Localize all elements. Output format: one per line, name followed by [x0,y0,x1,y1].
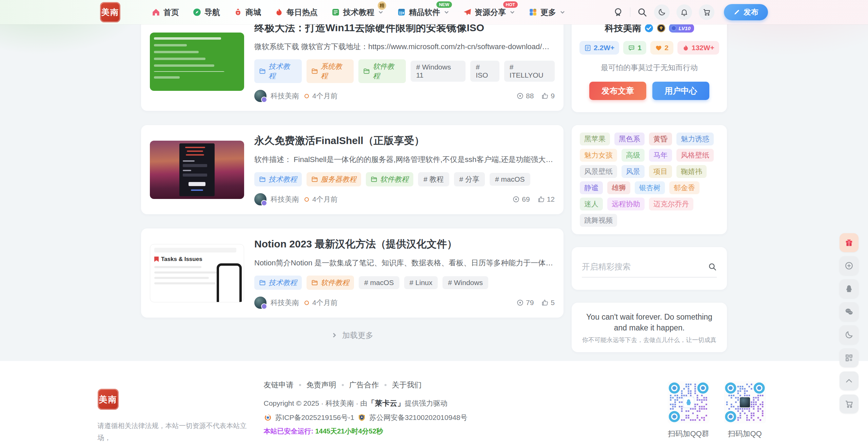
footer-logo: 美南 [98,389,119,410]
hashtag-chip[interactable]: # 教程 [418,172,449,186]
tag-item[interactable]: 静谧 [580,181,603,194]
thumbnail-text: Tasks & Issues [161,256,202,263]
author-avatar[interactable] [254,193,267,205]
hashtag-chip[interactable]: # macOS [359,276,399,289]
article-thumbnail[interactable]: Tasks & Issues [150,244,244,302]
icp-number[interactable]: 苏ICP备2025219156号-1 [275,413,354,422]
footer-link[interactable]: 免责声明 [307,380,336,390]
author-avatar[interactable] [254,297,267,309]
tag-item[interactable]: 鞠婧祎 [676,165,707,178]
fire-icon [682,44,689,52]
article-tags: 技术教程 软件教程 # macOS # Linux # Windows [254,276,555,290]
author-name[interactable]: 科技美南 [271,298,299,307]
site-logo[interactable]: 美南 [100,2,120,22]
cart-icon [845,400,853,408]
nav-item-tech-tutorials[interactable]: 技术教程 精 [331,7,383,18]
category-label: 服务器教程 [321,175,356,184]
copyright: Copyright © 2025 · 科技美南 · 由「莱卡云」提供强力驱动 [264,398,468,408]
category-chip[interactable]: 技术教程 [254,172,302,186]
footer-link[interactable]: 广告合作 [349,380,379,390]
nav-item-more[interactable]: 更多 [529,7,565,18]
search-icon[interactable] [637,7,647,17]
nav-item-daily-hot[interactable]: 每日热点 [275,7,318,18]
back-to-top-button[interactable] [840,371,859,390]
category-chip[interactable]: 技术教程 [254,276,302,290]
nav-item-software[interactable]: 精品软件 NEW [397,7,449,18]
tag-item[interactable]: 跳舞视频 [580,214,617,227]
nav-item-resources[interactable]: 资源分享 HOT [463,7,515,18]
category-chip[interactable]: 软件教程 [358,59,406,83]
tag-item[interactable]: 风格壁纸 [676,149,714,162]
notifications-button[interactable] [676,4,692,20]
search-input[interactable] [582,262,708,271]
qq-contact-button[interactable] [840,279,859,298]
category-chip[interactable]: 服务器教程 [307,172,361,186]
tag-item[interactable]: 黑苹果 [580,133,610,145]
hashtag-chip[interactable]: # Linux [404,276,438,289]
tag-item[interactable]: 风景壁纸 [580,165,617,178]
tag-item[interactable]: 高级 [622,149,645,162]
tag-item[interactable]: 黄昏 [649,133,672,145]
hashtag-chip[interactable]: # macOS [490,173,530,186]
author-avatar[interactable] [254,90,267,102]
load-more-button[interactable]: 加载更多 [141,326,564,344]
wechat-contact-button[interactable] [840,302,859,321]
publish-article-button[interactable]: 发布文章 [589,82,646,100]
hashtag-chip[interactable]: # Windows 11 [411,61,466,82]
tag-item[interactable]: 魅力诱惑 [676,133,714,145]
gift-button[interactable] [840,233,859,252]
footer-link[interactable]: 关于我们 [392,380,422,390]
qq-icon [684,397,694,407]
tag-item[interactable]: 项目 [649,165,672,178]
tag-item[interactable]: 风景 [622,165,645,178]
article-title[interactable]: Notion 2023 最新汉化方法（提供汉化文件） [254,237,555,251]
tag-item[interactable]: 马年 [649,149,672,162]
theme-toggle-button[interactable] [840,325,859,344]
tag-item[interactable]: 迷人 [580,198,603,210]
medal-icon[interactable] [613,7,623,17]
police-number[interactable]: 苏公网安备32100202010948号 [369,413,468,422]
footer-left: 美南 请遵循相关法律法规，本站一切资源不代表本站立场，如有侵权/违规/不妥请联系… [98,361,250,444]
tag-item[interactable]: 雄狮 [607,181,630,194]
hashtag-chip[interactable]: # ITELLYOU [504,61,555,82]
hashtag-chip[interactable]: # Windows [442,276,488,289]
tag-item[interactable]: 黑色系 [614,133,645,145]
nav-item-navigation[interactable]: 导航 [193,7,220,18]
qrcode-button[interactable] [840,348,859,367]
comment-icon [628,44,635,52]
search-icon[interactable] [708,262,717,271]
hashtag-chip[interactable]: # ISO [470,61,499,82]
dark-mode-button[interactable] [654,4,670,20]
publish-button[interactable]: 发布 [724,4,768,20]
hashtag-chip[interactable]: # 分享 [454,172,485,186]
cart-float-button[interactable] [840,395,859,413]
tag-item[interactable]: 远程协助 [607,198,645,210]
article-thumbnail[interactable] [150,33,244,91]
like-count[interactable]: 9 [541,92,555,100]
nav-item-shop[interactable]: 商城 [234,7,261,18]
nav-item-home[interactable]: 首页 [152,7,179,18]
category-chip[interactable]: 软件教程 [307,276,354,290]
tag-item[interactable]: 银杏树 [635,181,665,194]
article-thumbnail[interactable] [150,141,244,199]
tag-item[interactable]: 魅力女孩 [580,149,617,162]
author-name[interactable]: 科技美南 [271,195,299,204]
tag-item[interactable]: 郁金香 [669,181,699,194]
like-count[interactable]: 12 [537,195,555,203]
category-chip[interactable]: 软件教程 [366,172,413,186]
author-name[interactable]: 科技美南 [271,91,299,101]
article-card[interactable]: Tasks & Issues Notion 2023 最新汉化方法（提供汉化文件… [141,228,564,318]
article-card[interactable]: 永久免费激活FinalShell（正版享受） 软件描述： FinalShell是… [141,125,564,214]
category-chip[interactable]: 技术教程 [254,59,302,83]
article-title[interactable]: 永久免费激活FinalShell（正版享受） [254,134,555,148]
top-navbar: 美南 首页 导航 商城 每日热点 技术教程 精 [0,0,868,24]
views-stat: 132W+ [677,41,719,55]
user-center-button[interactable]: 用户中心 [652,82,709,100]
like-count[interactable]: 5 [541,299,555,307]
add-button[interactable] [840,256,859,275]
category-chip[interactable]: 系统教程 [307,59,354,83]
footer-link[interactable]: 友链申请 [264,380,294,390]
cart-button[interactable] [699,4,714,20]
tag-item[interactable]: 迈克尔乔丹 [649,198,693,210]
article-card[interactable]: 终极大法：打造Win11去除硬件限制的安装镜像ISO 微软系统下载 微软官方下载… [141,12,564,111]
